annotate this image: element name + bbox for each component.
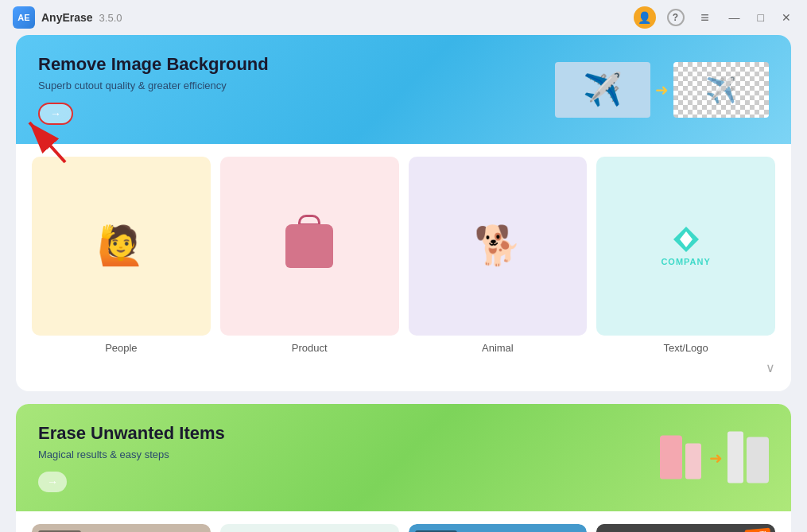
titlebar: AE AnyErase 3.5.0 👤 ? ≡ — □ ✕ bbox=[0, 0, 807, 35]
category-animal[interactable]: 🐕 Animal bbox=[409, 157, 588, 354]
maximize-button[interactable]: □ bbox=[755, 10, 767, 25]
people-label: People bbox=[105, 342, 137, 354]
arrow-icon: → bbox=[50, 107, 61, 120]
people-thumbnail: 🙋 bbox=[32, 157, 211, 336]
arrow-orange-icon: ➜ bbox=[709, 448, 723, 467]
hot-badge: HOT! bbox=[744, 527, 770, 532]
erase-category-grid: 🚲 Watermark Watermark BONJOUR Text bbox=[16, 511, 791, 532]
erase-arrow-icon: → bbox=[47, 476, 58, 488]
watermark-thumbnail: 🚲 Watermark bbox=[32, 524, 211, 532]
company-logo: COMPANY bbox=[661, 225, 710, 266]
product-label: Product bbox=[292, 342, 328, 354]
remove-bg-banner: Remove Image Background Superb cutout qu… bbox=[16, 35, 791, 144]
erase-tiktok-item[interactable]: TikTok ▶ HOT! TikTok Logo bbox=[596, 524, 775, 532]
erase-watermark-item[interactable]: 🚲 Watermark Watermark bbox=[32, 524, 211, 532]
category-grid: 🙋 People Product bbox=[16, 144, 791, 354]
animal-thumbnail: 🐕 bbox=[409, 157, 588, 336]
close-button[interactable]: ✕ bbox=[778, 10, 794, 25]
remove-bg-arrow-button[interactable]: → bbox=[38, 103, 73, 125]
erase-banner-image: ➜ bbox=[660, 432, 769, 483]
text-thumbnail: BONJOUR bbox=[220, 524, 399, 532]
category-people[interactable]: 🙋 People bbox=[32, 157, 211, 354]
textlogo-thumbnail: COMPANY bbox=[596, 157, 775, 336]
menu-icon[interactable]: ≡ bbox=[696, 8, 715, 27]
erase-arrow-button[interactable]: → bbox=[38, 472, 67, 492]
app-version: 3.5.0 bbox=[99, 12, 122, 24]
product-thumbnail bbox=[220, 157, 399, 336]
arrow-yellow-icon: ➜ bbox=[655, 80, 669, 99]
user-avatar-icon[interactable]: 👤 bbox=[634, 6, 656, 29]
textlogo-label: Text/Logo bbox=[663, 342, 708, 354]
titlebar-right: 👤 ? ≡ — □ ✕ bbox=[634, 6, 794, 29]
app-icon: AE bbox=[13, 6, 35, 29]
company-text: COMPANY bbox=[661, 257, 710, 266]
erase-text-item[interactable]: BONJOUR Text bbox=[220, 524, 399, 532]
erase-banner: Erase Unwanted Items Magical results & e… bbox=[16, 404, 791, 511]
category-product[interactable]: Product bbox=[220, 157, 399, 354]
main-content: Remove Image Background Superb cutout qu… bbox=[0, 35, 807, 532]
animal-label: Animal bbox=[482, 342, 514, 354]
erase-items-card: Erase Unwanted Items Magical results & e… bbox=[16, 404, 791, 532]
minimize-button[interactable]: — bbox=[726, 10, 743, 25]
remove-bg-collapse-toggle[interactable]: ∨ bbox=[16, 354, 791, 375]
titlebar-left: AE AnyErase 3.5.0 bbox=[13, 6, 122, 29]
app-name: AnyErase bbox=[41, 11, 93, 24]
remove-bg-card: Remove Image Background Superb cutout qu… bbox=[16, 35, 791, 391]
erase-video-item[interactable]: 🏊 ▶ Watermark Video Watermark bbox=[409, 524, 588, 532]
banner-airplane-image: ✈️ ➜ ✈️ bbox=[555, 62, 769, 118]
help-icon[interactable]: ? bbox=[667, 9, 685, 26]
category-textlogo[interactable]: COMPANY Text/Logo bbox=[596, 157, 775, 354]
chevron-down-icon: ∨ bbox=[766, 360, 775, 375]
video-thumbnail: 🏊 ▶ Watermark bbox=[409, 524, 588, 532]
tiktok-thumbnail: TikTok ▶ HOT! bbox=[596, 524, 775, 532]
